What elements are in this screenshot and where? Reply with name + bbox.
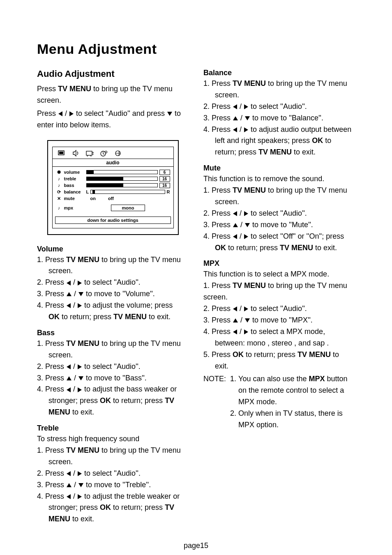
left-arrow-icon xyxy=(67,494,71,499)
osd-row-balance: ⟳ balance L R xyxy=(56,189,170,195)
left-arrow-icon xyxy=(58,111,62,116)
right-arrow-icon xyxy=(78,494,82,499)
bass-icon: ♪ xyxy=(56,183,62,188)
left-arrow-icon xyxy=(233,306,237,311)
svg-rect-2 xyxy=(86,151,92,155)
balance-step-4b: left and right speakers; press OK to xyxy=(203,135,355,147)
bass-heading: Bass xyxy=(37,329,189,337)
balance-icon: ⟳ xyxy=(56,189,62,195)
balance-step-4: 4. Press / to adjust audio output betwee… xyxy=(203,124,355,136)
mpx-step-1b: screen. xyxy=(203,292,355,303)
down-arrow-icon xyxy=(245,116,250,120)
svg-rect-1 xyxy=(59,152,63,154)
treble-label: treble xyxy=(64,176,86,181)
note-1-line-1: You can also use the MPX button xyxy=(238,373,355,385)
up-arrow-icon xyxy=(67,376,71,380)
volume-step-2: 2. Press / to select ''Audio''. xyxy=(37,277,189,288)
treble-step-3: 3. Press / to move to ''Treble''. xyxy=(37,479,189,491)
bass-step-4b: stronger; press OK to return; press TV xyxy=(37,395,189,407)
note-1-number: 1. xyxy=(230,373,238,385)
text: Press xyxy=(37,85,58,93)
text: to select ''Audio'' and press xyxy=(74,109,167,117)
osd-menu-figure: audio ✺ volume 6 ♪ treble xyxy=(47,140,179,235)
mute-icon: ✕ xyxy=(56,196,62,201)
balance-label: balance xyxy=(64,189,86,194)
right-arrow-icon xyxy=(69,111,74,116)
mpx-heading: MPX xyxy=(203,259,355,268)
right-arrow-icon xyxy=(244,211,248,216)
right-arrow-icon xyxy=(244,234,248,239)
mute-heading: Mute xyxy=(203,164,355,173)
mute-step-4: 4. Press / to select ''Off'' or ''On''; … xyxy=(203,231,355,242)
mpx-note: NOTE: 1. You can also use the MPX button… xyxy=(203,373,355,431)
volume-icon: ✺ xyxy=(56,170,62,175)
down-arrow-icon xyxy=(78,376,83,380)
balance-step-3: 3. Press / to move to ''Balance''. xyxy=(203,113,355,124)
manual-page: Menu Adjustment Audio Adjustment Press T… xyxy=(0,0,392,555)
balance-step-4c: return; press TV MENU to exit. xyxy=(203,147,355,158)
balance-heading: Balance xyxy=(203,69,355,77)
osd-row-mute: ✕ mute on off xyxy=(56,196,170,201)
note-1-line-2: on the remote control to select a xyxy=(238,385,355,396)
right-column: Balance 1. Press TV MENU to bring up the… xyxy=(203,69,355,525)
left-arrow-icon xyxy=(233,211,237,216)
bass-step-4: 4. Press / to adjust the bass weaker or xyxy=(37,384,189,395)
left-arrow-icon xyxy=(67,471,71,476)
left-arrow-icon xyxy=(67,303,71,308)
mute-step-3: 3. Press / to move to ''Mute''. xyxy=(203,219,355,231)
volume-step-1: 1. Press TV MENU to bring up the TV menu xyxy=(37,254,189,266)
up-arrow-icon xyxy=(67,483,71,487)
right-arrow-icon xyxy=(244,127,248,132)
osd-tab-picture-icon xyxy=(58,150,67,157)
mute-step-1: 1. Press TV MENU to bring up the TV menu xyxy=(203,185,355,196)
treble-icon: ♪ xyxy=(56,176,62,181)
volume-step-3: 3. Press / to move to ''Volume''. xyxy=(37,288,189,300)
up-arrow-icon xyxy=(67,292,71,296)
treble-step-4c: MENU to exit. xyxy=(37,514,189,525)
osd-footer: down for audio settings xyxy=(55,216,171,224)
two-column-layout: Audio Adjustment Press TV MENU to bring … xyxy=(37,69,355,525)
mpx-step-3: 3. Press / to move to ''MPX''. xyxy=(203,315,355,326)
mpx-step-1: 1. Press TV MENU to bring up the TV menu xyxy=(203,280,355,292)
volume-bar xyxy=(86,170,158,174)
mpx-label: mpx xyxy=(64,205,86,210)
mute-desc: This function is to remove the sound. xyxy=(203,173,355,185)
tv-menu-key: TV MENU xyxy=(58,85,91,93)
treble-value: 16 xyxy=(159,176,170,182)
bass-value: 16 xyxy=(159,183,170,188)
right-arrow-icon xyxy=(78,387,82,392)
bass-step-3: 3. Press / to move to ''Bass''. xyxy=(37,373,189,384)
right-arrow-icon xyxy=(78,471,82,476)
up-arrow-icon xyxy=(233,223,238,227)
balance-step-1b: screen. xyxy=(203,90,355,101)
treble-desc: To stress high frequency sound xyxy=(37,433,189,445)
mpx-icon: ♪ xyxy=(56,205,62,210)
volume-step-4b: OK to return; press TV MENU to exit. xyxy=(37,311,189,323)
volume-label: volume xyxy=(64,170,86,175)
right-arrow-icon xyxy=(78,303,82,308)
mute-step-4b: OK to return; press TV MENU to exit. xyxy=(203,242,355,254)
balance-track xyxy=(90,190,165,194)
mute-step-2: 2. Press / to select ''Audio''. xyxy=(203,208,355,219)
mpx-step-4b: between: mono , stereo , and sap . xyxy=(203,338,355,349)
mute-on: on xyxy=(90,196,96,201)
balance-right-label: R xyxy=(167,189,170,194)
treble-heading: Treble xyxy=(37,424,189,433)
right-arrow-icon xyxy=(244,329,248,334)
mute-label: mute xyxy=(64,196,86,201)
left-column: Audio Adjustment Press TV MENU to bring … xyxy=(37,69,189,525)
note-label: NOTE: xyxy=(203,373,230,385)
bass-step-1b: screen. xyxy=(37,350,189,361)
osd-row-bass: ♪ bass 16 xyxy=(56,183,170,188)
bass-label: bass xyxy=(64,183,86,188)
mute-step-1b: screen. xyxy=(203,196,355,208)
treble-step-1: 1. Press TV MENU to bring up the TV menu xyxy=(37,445,189,456)
osd-rows: ✺ volume 6 ♪ treble 1 xyxy=(55,167,171,213)
note-2-number: 2. xyxy=(230,408,238,419)
balance-left-label: L xyxy=(86,189,89,194)
left-arrow-icon xyxy=(233,234,237,239)
osd-row-volume: ✺ volume 6 xyxy=(56,170,170,175)
page-number: page15 xyxy=(37,541,355,550)
page-title: Menu Adjustment xyxy=(37,41,355,57)
left-arrow-icon xyxy=(67,364,71,369)
